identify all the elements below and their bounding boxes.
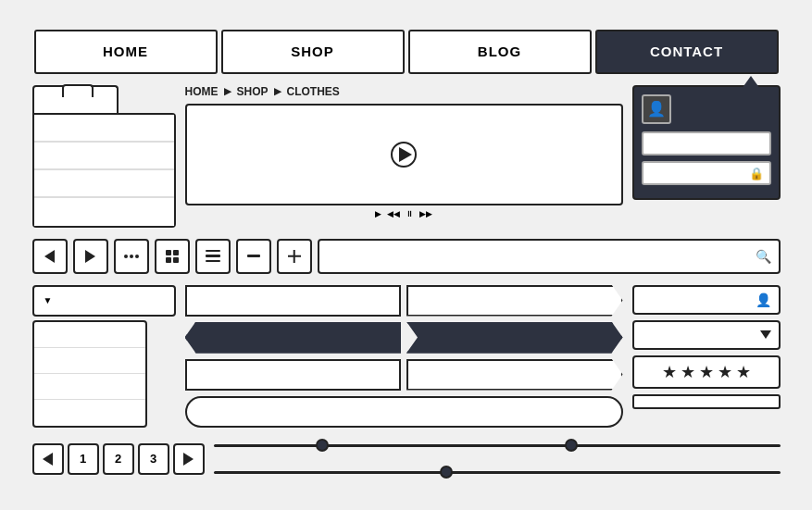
slider-1-thumb-right[interactable] [565, 439, 578, 452]
star-5[interactable]: ★ [736, 362, 751, 382]
login-arrow [742, 76, 760, 89]
more-button[interactable] [114, 239, 149, 274]
main-content-row: HOME ▶ SHOP ▶ CLOTHES ▶ ◀◀ ⏸ ▶▶ [32, 85, 781, 228]
login-box: 👤 🔒 [632, 85, 781, 200]
vc-pause[interactable]: ⏸ [406, 209, 414, 218]
sub-list-item[interactable] [34, 374, 145, 400]
play-button-large[interactable] [391, 142, 417, 168]
page-2[interactable]: 2 [103, 443, 134, 475]
lines-icon [206, 250, 220, 263]
user-icon: 👤 [647, 100, 666, 118]
lock-icon: 🔒 [749, 167, 764, 180]
grid-button[interactable] [155, 239, 190, 274]
user-icon-row: 👤 [642, 94, 771, 124]
user-icon-small: 👤 [756, 292, 771, 307]
list-item[interactable] [34, 115, 174, 143]
pagination: 1 2 3 [32, 443, 205, 475]
slider-2-track[interactable] [214, 471, 781, 474]
search-bar[interactable]: 🔍 [318, 239, 781, 274]
breadcrumb: HOME ▶ SHOP ▶ CLOTHES [185, 85, 623, 98]
user-avatar: 👤 [642, 94, 671, 124]
prev-button[interactable] [32, 239, 68, 274]
sliders [214, 437, 781, 481]
toolbar-row: 🔍 [32, 239, 781, 274]
tag-outline-right[interactable] [406, 359, 623, 391]
slim-progress-bar [632, 394, 781, 409]
username-field[interactable] [642, 131, 771, 155]
page-next-icon [183, 453, 194, 466]
page-next[interactable] [173, 443, 205, 475]
list-widget [32, 113, 176, 228]
center-panel: HOME ▶ SHOP ▶ CLOTHES ▶ ◀◀ ⏸ ▶▶ [185, 85, 623, 218]
bc-sep1: ▶ [224, 86, 231, 96]
password-field[interactable]: 🔒 [642, 161, 771, 185]
star-2[interactable]: ★ [681, 362, 695, 382]
grid-icon [166, 250, 179, 263]
left-list-panel [32, 85, 176, 228]
bc-sep2: ▶ [274, 86, 281, 96]
page-prev[interactable] [32, 443, 64, 475]
star-4[interactable]: ★ [718, 362, 732, 382]
page-1[interactable]: 1 [68, 443, 99, 475]
user-input[interactable]: 👤 [632, 285, 781, 315]
next-button[interactable] [73, 239, 108, 274]
plus-icon [288, 250, 301, 263]
center-col-controls [185, 285, 623, 428]
vc-rewind[interactable]: ◀◀ [387, 209, 400, 218]
plus-button[interactable] [277, 239, 312, 274]
nav-shop[interactable]: SHOP [221, 30, 405, 74]
slider-2-thumb[interactable] [440, 466, 453, 479]
dots-icon [124, 255, 139, 258]
star-1[interactable]: ★ [662, 362, 677, 382]
vc-play[interactable]: ▶ [375, 209, 381, 218]
sub-list-item[interactable] [34, 322, 145, 348]
sub-list-item[interactable] [34, 400, 145, 426]
nav-contact[interactable]: CONTACT [595, 30, 779, 74]
stars-rating[interactable]: ★ ★ ★ ★ ★ [632, 355, 781, 389]
tab-header[interactable] [32, 85, 119, 113]
list-item[interactable] [34, 170, 174, 198]
search-icon: 🔍 [756, 249, 771, 264]
slider-1-track[interactable] [214, 444, 781, 447]
minus-button[interactable] [236, 239, 271, 274]
tag-outline-left[interactable] [185, 359, 402, 391]
navigation: HOME SHOP BLOG CONTACT [32, 30, 781, 74]
minus-icon [247, 255, 260, 257]
bc-shop[interactable]: SHOP [237, 85, 269, 98]
tag-arrow-right[interactable] [406, 285, 623, 317]
bottom-row: 1 2 3 [32, 437, 781, 481]
pill-bar[interactable] [185, 396, 623, 428]
star-3[interactable]: ★ [699, 362, 714, 382]
dropdown-down-icon [760, 330, 771, 339]
dropdown-button[interactable]: ▼ [32, 285, 176, 317]
tag-row-dark [185, 322, 623, 354]
video-controls: ▶ ◀◀ ⏸ ▶▶ [185, 209, 623, 218]
right-col-controls: 👤 ★ ★ ★ ★ ★ [632, 285, 781, 409]
list-item[interactable] [34, 143, 174, 170]
bc-home[interactable]: HOME [185, 85, 219, 98]
nav-blog[interactable]: BLOG [408, 30, 592, 74]
dropdown-icon: ▼ [44, 295, 53, 305]
page-prev-icon [43, 453, 53, 466]
play-icon [399, 147, 412, 162]
list-item[interactable] [34, 198, 174, 226]
tag-row-light [185, 285, 623, 317]
list-button[interactable] [195, 239, 231, 274]
dropdown-right[interactable] [632, 320, 781, 350]
page-3[interactable]: 3 [138, 443, 169, 475]
vc-ff[interactable]: ▶▶ [419, 209, 432, 218]
bc-clothes[interactable]: CLOTHES [287, 85, 340, 98]
sub-list [32, 320, 147, 428]
tag-light-left[interactable] [185, 285, 402, 317]
sub-list-item[interactable] [34, 348, 145, 374]
next-icon [85, 250, 95, 263]
nav-home[interactable]: HOME [34, 30, 218, 74]
login-panel: 👤 🔒 [632, 85, 781, 200]
video-player[interactable] [185, 104, 623, 205]
tag-dark-left[interactable] [185, 322, 402, 354]
tag-dark-right[interactable] [406, 322, 623, 354]
prev-icon [44, 250, 55, 263]
left-col-controls: ▼ [32, 285, 176, 428]
slider-1-thumb-left[interactable] [316, 439, 329, 452]
tag-row-outline [185, 359, 623, 391]
